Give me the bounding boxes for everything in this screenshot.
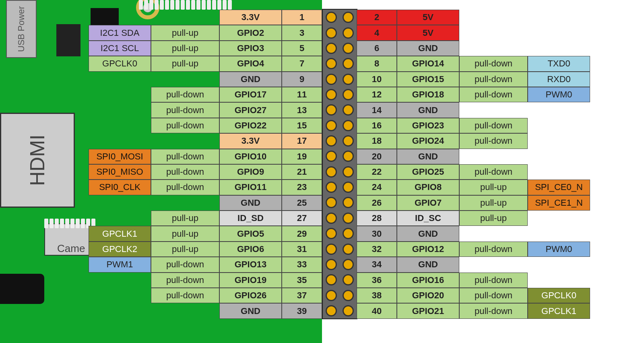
pin-pull: pull-down (459, 133, 528, 149)
pin-name: GND (397, 41, 459, 56)
pin-number: 40 (357, 303, 397, 318)
pin-name: GPIO18 (397, 87, 459, 102)
pin-name: GPIO22 (219, 118, 282, 133)
pin-number: 22 (357, 164, 397, 180)
pin-pull: pull-down (151, 164, 219, 180)
pin-number: 32 (357, 242, 397, 257)
pin-row: 10GPIO15pull-downRXD0 (357, 72, 590, 87)
pin-row: 14GND (357, 102, 590, 118)
pin-hole (343, 228, 354, 239)
pin-hole (326, 290, 337, 301)
pin-hole (326, 120, 337, 131)
pin-number: 28 (357, 211, 397, 226)
pin-row: 39GND (89, 303, 322, 318)
pin-name: GPIO2 (219, 25, 282, 40)
pin-pull: pull-up (459, 195, 528, 211)
pin-row: 40GPIO21pull-downGPCLK1 (357, 303, 590, 318)
pin-name: GPIO13 (219, 257, 282, 272)
pin-pull: pull-down (459, 303, 528, 318)
pin-row: 36GPIO16pull-down (357, 273, 590, 288)
pin-pull: pull-down (151, 102, 219, 118)
pin-name: GPIO12 (397, 242, 459, 257)
pin-number: 38 (357, 288, 397, 303)
pin-pull: pull-down (459, 87, 528, 102)
pin-pull (459, 10, 528, 25)
pin-number: 11 (282, 87, 322, 102)
pin-pull (459, 226, 528, 241)
pin-hole (343, 74, 354, 85)
hdmi-label: HDMI (26, 134, 49, 186)
pin-number: 39 (282, 303, 322, 318)
pin-hole (343, 151, 354, 162)
pin-alt (89, 195, 151, 211)
pin-alt: GPCLK0 (89, 56, 151, 71)
pin-row: 37GPIO26pull-down (89, 288, 322, 303)
pin-number: 35 (282, 273, 322, 288)
pin-number: 26 (357, 195, 397, 211)
pin-number: 15 (282, 118, 322, 133)
pin-name: GND (219, 72, 282, 87)
pin-pull: pull-down (151, 257, 219, 272)
pin-row: 32GPIO12pull-downPWM0 (357, 242, 590, 257)
pin-row: 24GPIO8pull-upSPI_CE0_N (357, 180, 590, 195)
pin-hole (343, 135, 354, 147)
pin-alt (528, 118, 590, 133)
pin-row: 26GPIO7pull-upSPI_CE1_N (357, 195, 590, 211)
pin-row: 3GPIO2pull-upI2C1 SDA (89, 25, 322, 40)
pin-alt: SPI0_MISO (89, 164, 151, 180)
pin-name: GPIO19 (219, 273, 282, 288)
pin-name: GND (397, 257, 459, 272)
pin-name: GPIO7 (397, 195, 459, 211)
pin-row: 20GND (357, 149, 590, 164)
pin-alt: PWM0 (528, 87, 590, 102)
pin-row: 18GPIO24pull-down (357, 133, 590, 149)
pin-number: 18 (357, 133, 397, 149)
pin-number: 19 (282, 149, 322, 164)
pins-right: 25V45V6GND8GPIO14pull-downTXD010GPIO15pu… (357, 10, 590, 319)
pin-number: 1 (282, 10, 322, 25)
pin-alt (89, 72, 151, 87)
pin-number: 37 (282, 288, 322, 303)
pin-number: 33 (282, 257, 322, 272)
pin-pull: pull-down (459, 242, 528, 257)
pin-row: 15GPIO22pull-down (89, 118, 322, 133)
pin-pull (459, 257, 528, 272)
pin-row: 21GPIO9pull-downSPI0_MISO (89, 164, 322, 180)
pin-row: 22GPIO25pull-down (357, 164, 590, 180)
pin-alt (89, 288, 151, 303)
pin-name: GND (397, 226, 459, 241)
pin-pull: pull-down (459, 56, 528, 71)
pin-row: 33GPIO13pull-downPWM1 (89, 257, 322, 272)
pin-row: 25V (357, 10, 590, 25)
pin-name: GND (397, 102, 459, 118)
pin-number: 2 (357, 10, 397, 25)
pin-alt: GPCLK2 (89, 242, 151, 257)
pin-alt (528, 211, 590, 226)
pin-alt: PWM0 (528, 242, 590, 257)
pin-pull: pull-up (151, 242, 219, 257)
pin-number: 10 (357, 72, 397, 87)
pin-pull: pull-up (151, 56, 219, 71)
pin-name: 5V (397, 10, 459, 25)
pin-alt (89, 87, 151, 102)
pin-alt (528, 149, 590, 164)
pin-hole (326, 182, 337, 193)
pin-number: 17 (282, 133, 322, 149)
pin-pull: pull-down (151, 87, 219, 102)
pin-hole (326, 259, 337, 270)
pin-row: 11GPIO17pull-down (89, 87, 322, 102)
pin-alt (89, 303, 151, 318)
pin-pull: pull-up (459, 211, 528, 226)
pin-hole (343, 259, 354, 270)
pin-name: GPIO25 (397, 164, 459, 180)
pin-number: 13 (282, 102, 322, 118)
pin-alt: GPCLK1 (89, 226, 151, 241)
pin-number: 25 (282, 195, 322, 211)
pin-hole (326, 151, 337, 162)
pin-row: 25GND (89, 195, 322, 211)
pin-alt: GPCLK0 (528, 288, 590, 303)
pin-name: GPIO15 (397, 72, 459, 87)
pin-row: 9GND (89, 72, 322, 87)
pin-alt (528, 102, 590, 118)
pin-hole (343, 290, 354, 301)
